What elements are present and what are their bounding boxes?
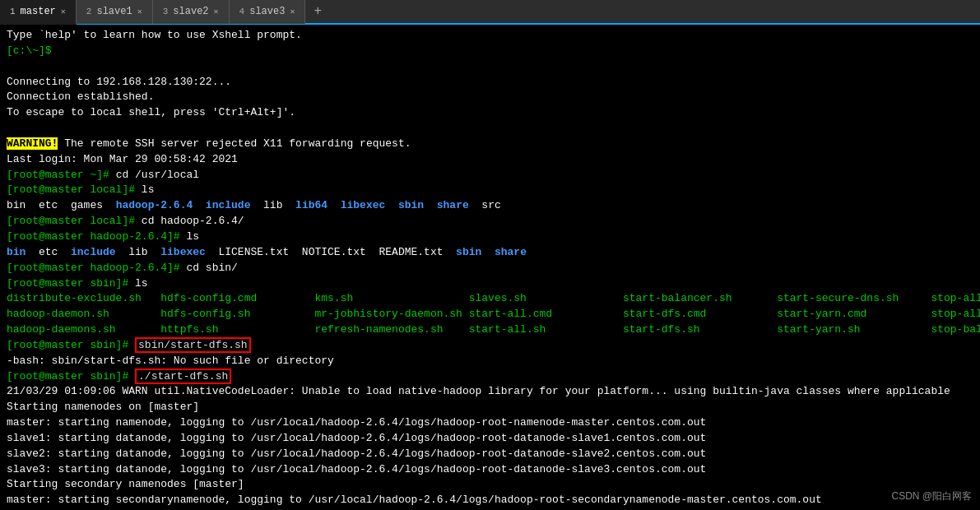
tab-num-4: 4 <box>239 7 245 16</box>
line-master-snn: master: starting secondarynamenode, logg… <box>7 493 973 508</box>
tab-label-slave3: slave3 <box>249 6 285 17</box>
terminal[interactable]: Type `help' to learn how to use Xshell p… <box>0 25 980 510</box>
line-sbin-2: hadoop-daemon.sh hdfs-config.sh mr-jobhi… <box>7 307 973 322</box>
line-ls-hadoop-out: bin etc include lib libexec LICENSE.txt … <box>7 245 973 261</box>
line-starting-nn: Starting namenodes on [master] <box>7 400 973 415</box>
tab-master[interactable]: 1 master ✕ <box>0 0 77 25</box>
watermark: CSDN @阳白网客 <box>891 489 972 503</box>
tab-num-1: 1 <box>10 7 16 16</box>
line-cd-sbin: [root@master hadoop-2.6.4]# cd sbin/ <box>7 261 973 276</box>
line-slave1-dn: slave1: starting datanode, logging to /u… <box>7 431 973 447</box>
tab-close-3[interactable]: ✕ <box>214 7 219 16</box>
line-warn2: 21/03/29 01:09:06 WARN util.NativeCodeLo… <box>7 384 973 400</box>
line-err: -bash: sbin/start-dfs.sh: No such file o… <box>7 354 973 369</box>
line-slave2-dn: slave2: starting datanode, logging to /u… <box>7 447 973 462</box>
line-sbin-1: distribute-exclude.sh hdfs-config.cmd km… <box>7 291 973 307</box>
line-cmd-correct: [root@master sbin]# ./start-dfs.sh <box>7 369 973 385</box>
tab-slave2[interactable]: 3 slave2 ✕ <box>153 0 230 24</box>
line-ls-sbin: [root@master sbin]# ls <box>7 276 973 292</box>
tab-label-slave2: slave2 <box>173 6 208 17</box>
tab-label-master: master <box>21 6 56 17</box>
tab-close-4[interactable]: ✕ <box>290 7 295 16</box>
line-master-nn: master: starting namenode, logging to /u… <box>7 415 973 431</box>
line-2: [c:\~]$ <box>7 44 973 59</box>
term-container: Type `help' to learn how to use Xshell p… <box>0 25 980 510</box>
line-1: Type `help' to learn how to use Xshell p… <box>7 28 973 44</box>
tab-num-3: 3 <box>163 7 169 16</box>
line-cd-local: [root@master ~]# cd /usr/local <box>7 168 973 183</box>
line-cmd-wrong: [root@master sbin]# sbin/start-dfs.sh <box>7 338 973 354</box>
line-lastlogin: Last login: Mon Mar 29 00:58:42 2021 <box>7 152 973 168</box>
line-ls-hadoop: [root@master hadoop-2.6.4]# ls <box>7 230 973 245</box>
tab-add-button[interactable]: + <box>305 0 330 24</box>
tab-slave3[interactable]: 4 slave3 ✕ <box>230 0 306 24</box>
tab-label-slave1: slave1 <box>96 6 132 17</box>
tab-close-1[interactable]: ✕ <box>61 7 66 16</box>
line-6: To escape to local shell, press 'Ctrl+Al… <box>7 105 973 121</box>
line-secondary-nn: Starting secondary namenodes [master] <box>7 477 973 493</box>
line-sbin-3: hadoop-daemons.sh httpfs.sh refresh-name… <box>7 322 973 338</box>
line-3 <box>7 59 973 75</box>
line-7 <box>7 121 973 137</box>
line-warning: WARNING! The remote SSH server rejected … <box>7 137 973 152</box>
line-4: Connecting to 192.168.128.130:22... <box>7 75 973 90</box>
tab-bar: 1 master ✕ 2 slave1 ✕ 3 slave2 ✕ 4 slave… <box>0 0 980 25</box>
tab-slave1[interactable]: 2 slave1 ✕ <box>77 0 153 24</box>
tab-close-2[interactable]: ✕ <box>137 7 142 16</box>
tab-num-2: 2 <box>86 7 92 16</box>
line-slave3-dn: slave3: starting datanode, logging to /u… <box>7 462 973 478</box>
line-5: Connection established. <box>7 90 973 105</box>
line-cd-hadoop: [root@master local]# cd hadoop-2.6.4/ <box>7 214 973 230</box>
line-ls-local-out: bin etc games hadoop-2.6.4 include lib l… <box>7 198 973 214</box>
line-ls-local: [root@master local]# ls <box>7 183 973 198</box>
